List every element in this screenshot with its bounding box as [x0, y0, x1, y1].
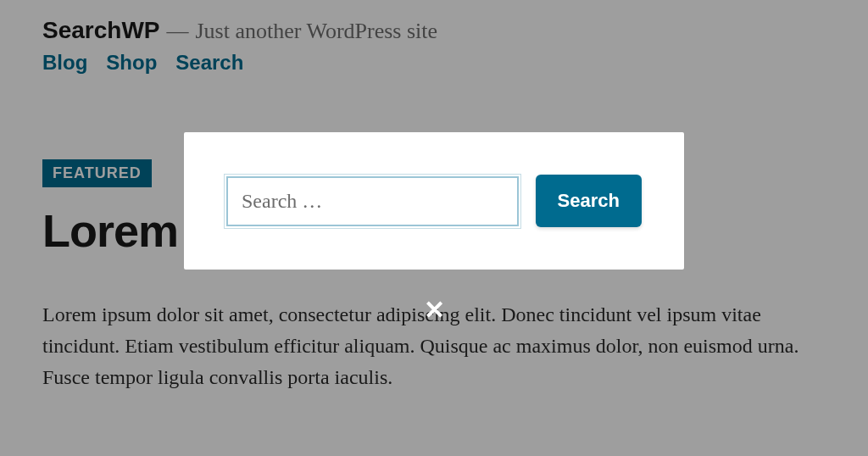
search-modal: Search	[184, 132, 684, 270]
modal-overlay[interactable]: Search ✕	[0, 0, 868, 456]
search-button[interactable]: Search	[536, 175, 642, 227]
close-icon[interactable]: ✕	[424, 295, 445, 325]
search-input[interactable]	[226, 176, 519, 226]
